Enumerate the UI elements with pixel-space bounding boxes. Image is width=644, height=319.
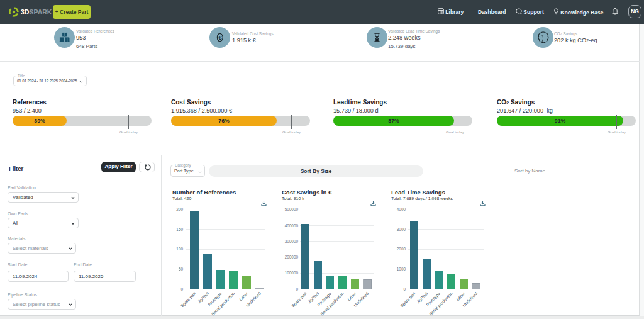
svg-text:Spare part: Spare part	[180, 291, 197, 309]
svg-text:Other: Other	[347, 291, 357, 301]
svg-text:3000: 3000	[397, 227, 406, 232]
svg-text:150: 150	[176, 227, 183, 232]
svg-text:100000: 100000	[285, 271, 299, 275]
svg-text:100: 100	[176, 247, 183, 251]
svg-text:Serial production: Serial production	[428, 291, 454, 317]
svg-text:Other: Other	[455, 291, 466, 301]
svg-text:500000: 500000	[285, 207, 299, 211]
svg-text:50: 50	[179, 267, 184, 271]
svg-text:200: 200	[176, 207, 183, 211]
svg-text:2000: 2000	[397, 247, 406, 251]
svg-text:0: 0	[180, 287, 183, 291]
svg-text:0: 0	[296, 287, 298, 291]
svg-text:0: 0	[403, 287, 406, 291]
svg-text:Spare part: Spare part	[291, 291, 308, 309]
svg-text:Spare part: Spare part	[399, 291, 417, 309]
svg-text:300000: 300000	[285, 239, 299, 243]
svg-text:4000: 4000	[397, 207, 406, 211]
svg-text:Serial production: Serial production	[319, 291, 345, 317]
svg-text:Serial production: Serial production	[211, 291, 236, 317]
svg-text:1000: 1000	[397, 267, 406, 271]
svg-text:200000: 200000	[285, 255, 299, 259]
svg-text:400000: 400000	[285, 223, 299, 228]
svg-text:Other: Other	[238, 291, 249, 301]
